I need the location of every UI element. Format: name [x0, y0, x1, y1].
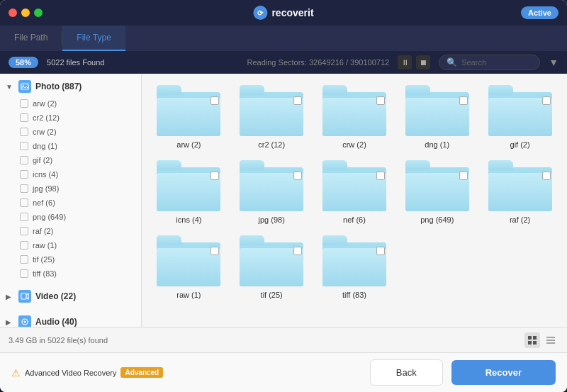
file-name: gif (2) — [510, 140, 530, 149]
tab-filetype[interactable]: File Type — [62, 26, 125, 51]
sub-nef[interactable]: nef (6) — [0, 196, 141, 210]
file-grid-container: arw (2) cr2 (12) crw (2) — [142, 74, 567, 327]
file-name: jpg (98) — [259, 215, 285, 224]
list-item[interactable]: arw (2) — [153, 85, 225, 149]
list-item[interactable]: raf (2) — [484, 160, 556, 224]
audio-label: Audio (40) — [35, 317, 77, 327]
close-button[interactable] — [9, 9, 17, 17]
file-name: raf (2) — [510, 215, 530, 224]
list-item[interactable]: icns (4) — [153, 160, 225, 224]
folder-checkbox[interactable] — [376, 247, 385, 255]
sub-arw[interactable]: arw (2) — [0, 96, 141, 111]
sub-dng[interactable]: dng (1) — [0, 139, 141, 153]
tab-bar: File Path File Type — [0, 26, 567, 51]
icns-checkbox[interactable] — [20, 170, 28, 179]
sub-jpg[interactable]: jpg (98) — [0, 181, 141, 196]
advanced-badge: Advanced — [120, 367, 163, 378]
sub-png[interactable]: png (649) — [0, 210, 141, 224]
list-item[interactable]: cr2 (12) — [236, 85, 308, 149]
sub-raf[interactable]: raf (2) — [0, 224, 141, 238]
sub-tiff[interactable]: tiff (83) — [0, 267, 141, 281]
folder-checkbox[interactable] — [459, 172, 468, 180]
app-logo: ⟳ recoverit — [253, 6, 313, 20]
folder-checkbox[interactable] — [293, 172, 302, 180]
filter-icon[interactable]: ▼ — [549, 57, 558, 68]
sub-tif[interactable]: tif (25) — [0, 252, 141, 267]
sidebar: ▼ Photo (887) arw (2) cr2 (12) crw (2) d… — [0, 74, 142, 327]
folder-checkbox[interactable] — [376, 172, 385, 180]
list-item[interactable]: tif (25) — [236, 235, 308, 299]
dng-checkbox[interactable] — [20, 142, 28, 150]
gif-checkbox[interactable] — [20, 156, 28, 164]
raf-checkbox[interactable] — [20, 227, 28, 235]
list-item[interactable]: crw (2) — [319, 85, 391, 149]
folder-icon — [405, 160, 469, 211]
tiff-checkbox[interactable] — [20, 269, 28, 278]
minimize-button[interactable] — [21, 9, 30, 17]
file-name: raw (1) — [176, 291, 201, 299]
stop-button[interactable]: ⏹ — [416, 55, 430, 69]
titlebar: ⟳ recoverit Active — [0, 0, 567, 26]
folder-icon — [322, 235, 386, 286]
folder-icon — [488, 160, 552, 211]
png-checkbox[interactable] — [20, 213, 28, 221]
folder-checkbox[interactable] — [459, 96, 468, 105]
sidebar-cat-header-photo[interactable]: ▼ Photo (887) — [0, 77, 141, 96]
folder-icon — [240, 160, 303, 211]
video-arrow: ▶ — [6, 293, 14, 301]
progress-pill: 58% — [9, 57, 38, 68]
sub-gif[interactable]: gif (2) — [0, 153, 141, 167]
list-view-button[interactable] — [543, 332, 558, 348]
sub-cr2[interactable]: cr2 (12) — [0, 111, 141, 125]
folder-checkbox[interactable] — [542, 172, 551, 180]
cr2-checkbox[interactable] — [20, 113, 28, 122]
crw-checkbox[interactable] — [20, 128, 28, 136]
tab-filepath[interactable]: File Path — [0, 26, 62, 51]
pause-button[interactable]: ⏸ — [398, 55, 412, 69]
sub-raw[interactable]: raw (1) — [0, 238, 141, 252]
folder-checkbox[interactable] — [210, 96, 219, 105]
list-item[interactable]: nef (6) — [319, 160, 391, 224]
tif-checkbox[interactable] — [20, 255, 28, 264]
folder-checkbox[interactable] — [542, 96, 551, 105]
file-name: tiff (83) — [342, 291, 366, 299]
svg-rect-13 — [533, 336, 537, 340]
list-item[interactable]: gif (2) — [484, 85, 556, 149]
folder-icon — [240, 85, 303, 136]
maximize-button[interactable] — [34, 9, 43, 17]
folder-icon — [157, 85, 220, 136]
svg-rect-2 — [21, 293, 26, 299]
video-label: Video (22) — [35, 291, 76, 301]
search-input[interactable] — [461, 58, 532, 67]
file-name: cr2 (12) — [258, 140, 285, 149]
folder-checkbox[interactable] — [210, 247, 219, 255]
file-name: tif (25) — [261, 291, 283, 299]
list-item[interactable]: png (649) — [401, 160, 473, 224]
search-box[interactable]: 🔍 — [439, 55, 540, 70]
files-found-text: 5022 files Found — [47, 58, 238, 67]
folder-checkbox[interactable] — [210, 172, 219, 180]
list-item[interactable]: tiff (83) — [319, 235, 391, 299]
list-item[interactable]: jpg (98) — [236, 160, 308, 224]
sidebar-cat-header-audio[interactable]: ▶ Audio (40) — [0, 312, 141, 327]
folder-checkbox[interactable] — [293, 247, 302, 255]
sidebar-cat-header-video[interactable]: ▶ Video (22) — [0, 286, 141, 306]
main-content: ▼ Photo (887) arw (2) cr2 (12) crw (2) d… — [0, 74, 567, 327]
arw-checkbox[interactable] — [20, 99, 28, 108]
jpg-checkbox[interactable] — [20, 184, 28, 193]
sidebar-category-photo: ▼ Photo (887) arw (2) cr2 (12) crw (2) d… — [0, 74, 141, 284]
grid-view-button[interactable] — [524, 332, 540, 348]
recover-button[interactable]: Recover — [451, 360, 556, 385]
active-badge: Active — [521, 6, 558, 19]
back-button[interactable]: Back — [370, 359, 443, 386]
folder-checkbox[interactable] — [293, 96, 302, 105]
sub-icns[interactable]: icns (4) — [0, 167, 141, 181]
list-item[interactable]: raw (1) — [153, 235, 225, 299]
list-item[interactable]: dng (1) — [401, 85, 473, 149]
advanced-icon: ⚠ — [11, 367, 21, 379]
nef-checkbox[interactable] — [20, 198, 28, 207]
photo-label: Photo (887) — [35, 82, 82, 91]
folder-checkbox[interactable] — [376, 96, 385, 105]
raw-checkbox[interactable] — [20, 241, 28, 250]
sub-crw[interactable]: crw (2) — [0, 125, 141, 139]
